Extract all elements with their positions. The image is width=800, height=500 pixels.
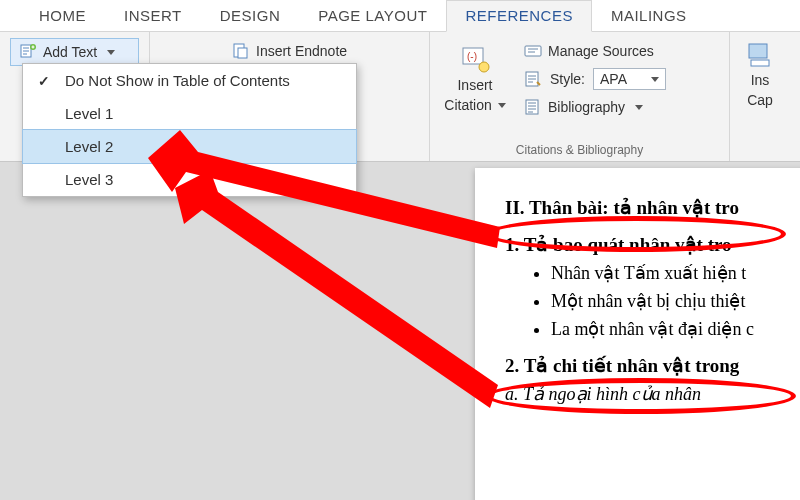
manage-sources-icon (524, 42, 542, 60)
style-label: Style: (550, 71, 585, 87)
tab-home[interactable]: HOME (20, 0, 105, 31)
group-label-citations: Citations & Bibliography (440, 143, 719, 157)
dropdown-item-label: Do Not Show in Table of Contents (65, 72, 290, 89)
insert-caption-label1: Ins (751, 72, 770, 88)
svg-rect-7 (525, 46, 541, 56)
add-text-dropdown: Do Not Show in Table of Contents Level 1… (22, 63, 357, 197)
tab-mailings[interactable]: MAILINGS (592, 0, 706, 31)
insert-citation-label1: Insert (457, 77, 492, 93)
tab-insert[interactable]: INSERT (105, 0, 201, 31)
doc-bullets-1: Nhân vật Tấm xuất hiện t Một nhân vật bị… (505, 262, 800, 340)
checkbox-placeholder (33, 172, 55, 188)
checkbox-placeholder (33, 139, 55, 155)
dropdown-item-level-3[interactable]: Level 3 (23, 163, 356, 196)
dropdown-item-do-not-show[interactable]: Do Not Show in Table of Contents (23, 64, 356, 97)
tab-page-layout[interactable]: PAGE LAYOUT (299, 0, 446, 31)
insert-endnote-label: Insert Endnote (256, 43, 347, 59)
chevron-down-icon (635, 105, 643, 110)
list-item: La một nhân vật đại diện c (551, 318, 800, 340)
svg-rect-11 (751, 60, 769, 66)
dropdown-item-label: Level 3 (65, 171, 113, 188)
chevron-down-icon (498, 103, 506, 108)
style-icon (524, 70, 542, 88)
dropdown-item-label: Level 1 (65, 105, 113, 122)
insert-citation-button[interactable]: (-) Insert Citation (440, 38, 510, 120)
caption-icon (747, 42, 773, 68)
insert-endnote-button[interactable]: Insert Endnote (224, 38, 355, 64)
add-text-icon (19, 43, 37, 61)
doc-heading-roman: II. Thân bài: tả nhân vật tro (505, 196, 800, 219)
tab-design[interactable]: DESIGN (201, 0, 300, 31)
add-text-button[interactable]: Add Text (10, 38, 139, 66)
group-citations: (-) Insert Citation Manage Sources (430, 32, 730, 161)
check-icon (33, 73, 55, 89)
manage-sources-label: Manage Sources (548, 43, 654, 59)
bibliography-button[interactable]: Bibliography (516, 94, 674, 120)
bibliography-label: Bibliography (548, 99, 625, 115)
dropdown-item-level-1[interactable]: Level 1 (23, 97, 356, 130)
bibliography-icon (524, 98, 542, 116)
svg-point-6 (479, 62, 489, 72)
add-text-label: Add Text (43, 44, 97, 60)
insert-caption-label2: Cap (747, 92, 773, 108)
dropdown-item-level-2[interactable]: Level 2 (22, 129, 357, 164)
doc-heading-1: 1. Tả bao quát nhân vật tro (505, 233, 800, 256)
tab-references[interactable]: REFERENCES (446, 0, 592, 32)
chevron-down-icon (107, 50, 115, 55)
group-captions: Ins Cap (730, 32, 790, 161)
ribbon-tabs: HOME INSERT DESIGN PAGE LAYOUT REFERENCE… (0, 0, 800, 32)
endnote-icon (232, 42, 250, 60)
doc-heading-2: 2. Tả chi tiết nhân vật trong (505, 354, 800, 377)
doc-italic-a: a. Tả ngoại hình của nhân (505, 383, 800, 405)
document-page[interactable]: II. Thân bài: tả nhân vật tro 1. Tả bao … (475, 168, 800, 500)
style-select[interactable]: APA (593, 68, 666, 90)
dropdown-item-label: Level 2 (65, 138, 113, 155)
chevron-down-icon (651, 77, 659, 82)
svg-text:(-): (-) (467, 51, 477, 62)
document-area: II. Thân bài: tả nhân vật tro 1. Tả bao … (0, 162, 800, 500)
svg-rect-10 (749, 44, 767, 58)
citation-style-row: Style: APA (516, 64, 674, 94)
list-item: Nhân vật Tấm xuất hiện t (551, 262, 800, 284)
style-select-value: APA (600, 71, 627, 87)
manage-sources-button[interactable]: Manage Sources (516, 38, 674, 64)
checkbox-placeholder (33, 106, 55, 122)
citation-icon: (-) (460, 45, 490, 73)
insert-caption-button[interactable]: Ins Cap (740, 38, 780, 112)
insert-citation-label2: Citation (444, 97, 491, 113)
svg-rect-3 (238, 48, 247, 58)
list-item: Một nhân vật bị chịu thiệt (551, 290, 800, 312)
